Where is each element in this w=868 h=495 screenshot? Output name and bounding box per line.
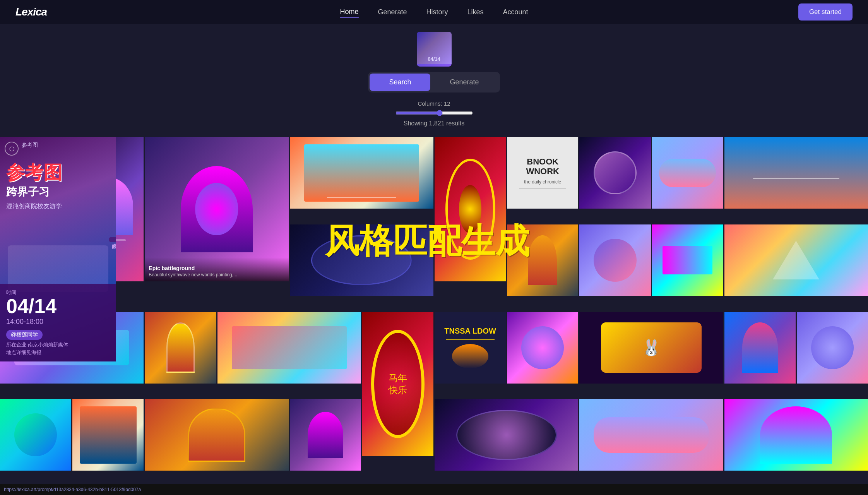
- location-text: 地点详细见海报: [6, 349, 110, 356]
- gallery-tile[interactable]: [145, 312, 216, 384]
- badge-row: @榴莲同学: [6, 327, 110, 340]
- nav-links: Home Generate History Likes Account: [340, 6, 528, 18]
- generate-button[interactable]: Generate: [430, 74, 498, 91]
- gallery-tile[interactable]: [0, 399, 71, 471]
- nav-history[interactable]: History: [426, 7, 448, 18]
- gallery-wrapper: ◯ 参考图 参考图 跨界子习 混沌创商院校友游学 时间 04/14 14:00-…: [0, 137, 868, 485]
- wand-icon[interactable]: ✦: [228, 202, 242, 216]
- nav-account[interactable]: Account: [503, 7, 528, 18]
- columns-label: Columns: 12: [418, 100, 450, 107]
- gallery-tile[interactable]: [579, 137, 651, 209]
- company-text: 所在企业 南京小灿灿新媒体: [6, 341, 110, 348]
- thumbnail-date: 04/14: [428, 56, 440, 62]
- gallery-tile[interactable]: [797, 312, 868, 384]
- nav-likes[interactable]: Likes: [467, 7, 484, 18]
- columns-control: Columns: 12: [395, 100, 473, 116]
- search-icon[interactable]: 🔍: [191, 202, 205, 216]
- gallery-tile[interactable]: [507, 312, 578, 384]
- person-badge: @榴莲同学: [6, 330, 43, 340]
- gallery-tile[interactable]: [652, 224, 723, 296]
- circle-icon: ◯: [5, 142, 19, 156]
- panel-cross-study: 跨界子习: [6, 185, 110, 199]
- get-started-button[interactable]: Get started: [798, 3, 853, 21]
- gallery-tile[interactable]: [217, 312, 361, 384]
- gallery-tile-chinese[interactable]: 马年快乐: [362, 312, 433, 456]
- gallery-tile[interactable]: [435, 399, 578, 471]
- gallery-tile[interactable]: [435, 137, 506, 281]
- mode-toggle: Search Generate: [368, 72, 500, 92]
- panel-description: 混沌创商院校友游学: [6, 202, 110, 211]
- status-bar: https://lexica.art/prompt/d13a2834-a3d6-…: [0, 484, 868, 495]
- gallery-tile-text[interactable]: BNOOK WNORK the daily chronicle: [507, 137, 578, 209]
- gallery-tile[interactable]: [579, 224, 651, 296]
- heart-icon[interactable]: ♡: [210, 202, 224, 216]
- gallery-tile[interactable]: [145, 399, 288, 471]
- gallery-tile[interactable]: [724, 224, 868, 296]
- gallery-tile-rabbit[interactable]: 🐰: [579, 312, 723, 384]
- gallery-tile[interactable]: [724, 399, 868, 471]
- gallery-tile[interactable]: [724, 312, 796, 384]
- gallery-tile[interactable]: [507, 224, 578, 296]
- status-url[interactable]: https://lexica.art/prompt/d13a2834-a3d6-…: [4, 487, 141, 492]
- gallery-tile[interactable]: [579, 399, 723, 471]
- event-date: 04/14: [6, 296, 110, 316]
- nav-generate[interactable]: Generate: [378, 7, 407, 18]
- search-button[interactable]: Search: [370, 74, 430, 91]
- gallery-tile[interactable]: [72, 399, 144, 471]
- gallery-tile[interactable]: [724, 137, 868, 209]
- event-time: 14:00-18:00: [6, 318, 110, 326]
- left-panel-image: ◯ 参考图 参考图 跨界子习 混沌创商院校友游学 时间 04/14 14:00-…: [0, 137, 116, 361]
- left-pinned-panel: ◯ 参考图 参考图 跨界子习 混沌创商院校友游学 时间 04/14 14:00-…: [0, 137, 116, 361]
- columns-slider[interactable]: [395, 110, 473, 116]
- gallery-tile-text2[interactable]: TNSSA LDOW: [435, 312, 506, 384]
- panel-title: 参考图 跨界子习 混沌创商院校友游学: [6, 163, 110, 211]
- results-count: Showing 1,821 results: [404, 120, 464, 127]
- nav-home[interactable]: Home: [340, 6, 358, 18]
- gallery-tile[interactable]: [652, 137, 723, 209]
- text-label: 参考图: [22, 142, 38, 149]
- gallery-tile[interactable]: [290, 137, 433, 209]
- logo: Lexica: [15, 6, 47, 18]
- image-gallery: 🔍 ♡ ✦ Epic battleground Beautiful synthw…: [0, 137, 868, 485]
- gallery-tile[interactable]: [290, 399, 361, 471]
- hero-section: 04/14 Search Generate Columns: 12 Showin…: [0, 24, 868, 137]
- navbar: Lexica Home Generate History Likes Accou…: [0, 0, 868, 24]
- gallery-tile-featured[interactable]: 🔍 ♡ ✦ Epic battleground Beautiful synthw…: [145, 137, 288, 281]
- caption-desc: Beautiful synthwave new worlds painting,…: [149, 272, 284, 277]
- caption-title: Epic battleground: [149, 265, 284, 271]
- vertical-label: 扫码报名: [109, 237, 116, 242]
- gallery-tile[interactable]: [290, 224, 433, 296]
- panel-bottom: 时间 04/14 14:00-18:00 @榴莲同学 所在企业 南京小灿灿新媒体…: [0, 284, 116, 361]
- tile-caption: Epic battleground Beautiful synthwave ne…: [145, 257, 288, 281]
- hero-thumbnail: 04/14: [417, 32, 452, 67]
- panel-title-text: 参考图: [6, 163, 110, 183]
